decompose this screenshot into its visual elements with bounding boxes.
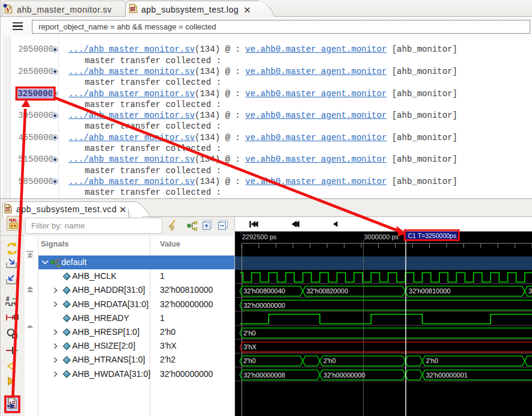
svg-text:32'h00000008: 32'h00000008 <box>243 372 285 379</box>
svg-text:3000000 ps: 3000000 ps <box>364 233 399 240</box>
svg-text:2'h0: 2'h0 <box>323 357 335 364</box>
svg-text:32'h00820000: 32'h00820000 <box>307 287 348 295</box>
svg-text:32'h00810000: 32'h00810000 <box>409 287 450 295</box>
svg-text:3'hX: 3'hX <box>243 343 257 350</box>
svg-text:32'h00000000: 32'h00000000 <box>243 302 285 309</box>
svg-text:C1 T=3250000ps: C1 T=3250000ps <box>408 232 457 239</box>
svg-text:32'h00000000: 32'h00000000 <box>323 372 365 379</box>
svg-text:32'h0: 32'h0 <box>528 287 532 295</box>
svg-text:2'h0: 2'h0 <box>243 357 255 364</box>
svg-text:2292500 ps: 2292500 ps <box>242 233 277 240</box>
svg-text:2'h0: 2'h0 <box>243 329 255 337</box>
svg-text:#: # <box>6 296 10 302</box>
svg-text:32'h00000001: 32'h00000001 <box>426 372 468 379</box>
svg-text:32'h00800040: 32'h00800040 <box>243 287 285 295</box>
svg-text:2'h0: 2'h0 <box>426 357 438 364</box>
